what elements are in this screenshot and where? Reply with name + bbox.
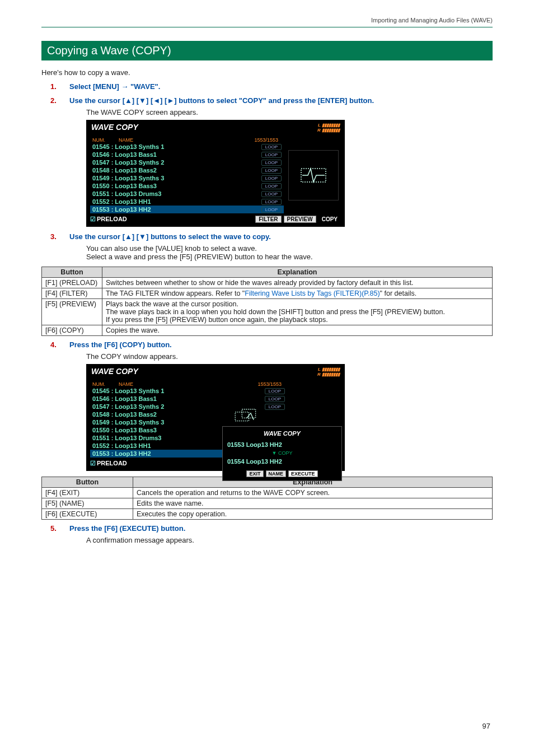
exit-button[interactable]: EXIT xyxy=(246,470,263,477)
list-item[interactable]: 01553 : Loop13 HH2LOOP xyxy=(90,206,284,213)
copy-arrow-icon: ▼ COPY xyxy=(226,450,338,456)
screen-title: WAVE COPY xyxy=(91,367,138,377)
filter-button[interactable]: FILTER xyxy=(255,216,281,223)
section-title: Copying a Wave (COPY) xyxy=(41,41,493,60)
table-row: [F4] (EXIT)Cancels the operation and ret… xyxy=(42,488,493,498)
step-number: 1. xyxy=(50,82,57,91)
step-head: Select [MENU] → "WAVE". xyxy=(69,82,160,91)
waveform-icon xyxy=(297,164,330,186)
list-item[interactable]: 01547 : Loop13 Synths 2LOOP xyxy=(90,158,284,166)
list-item[interactable]: 01546 : Loop13 Bass1LOOP xyxy=(90,151,284,158)
intro-text: Here's how to copy a wave. xyxy=(41,68,493,77)
step-number: 2. xyxy=(50,96,57,105)
step-body: The COPY window appears. xyxy=(86,352,493,361)
table-row: [F4] (FILTER)The TAG FILTER window appea… xyxy=(42,288,493,299)
step-number: 5. xyxy=(50,524,57,533)
col-name: NAME xyxy=(119,381,133,387)
list-item[interactable]: 01545 : Loop13 Synths 1LOOP xyxy=(90,387,287,395)
preload-toggle[interactable]: PRELOAD xyxy=(90,216,255,223)
list-item[interactable]: 01548 : Loop13 Bass2LOOP xyxy=(90,166,284,174)
function-buttons: FILTER PREVIEW COPY xyxy=(255,216,341,223)
list-item[interactable]: 01550 : Loop13 Bass3LOOP xyxy=(90,182,284,190)
name-button[interactable]: NAME xyxy=(266,470,287,477)
step-head: Use the cursor [▲] [▼] buttons to select… xyxy=(69,232,271,241)
table-row: [F6] (COPY)Copies the wave. xyxy=(42,325,493,336)
popup-title: WAVE COPY xyxy=(226,430,338,439)
screen-wave-copy-2: WAVE COPY L ▮▮▮▮▮▮▮▮R ▮▮▮▮▮▮▮▮ NUM.NAME … xyxy=(86,364,345,471)
screen-wave-copy-1: WAVE COPY L ▮▮▮▮▮▮▮▮R ▮▮▮▮▮▮▮▮ NUM.NAME … xyxy=(86,120,345,227)
list-counter: 1553/1553 xyxy=(257,381,287,387)
step-3: 3. Use the cursor [▲] [▼] buttons to sel… xyxy=(41,232,493,261)
step-head: Press the [F6] (EXECUTE) button. xyxy=(69,524,185,533)
wave-list[interactable]: NUM.NAME 1553/1553 01545 : Loop13 Synths… xyxy=(90,137,284,213)
th-button: Button xyxy=(42,477,133,488)
page-number: 97 xyxy=(483,722,490,730)
preview-button[interactable]: PREVIEW xyxy=(284,216,316,223)
step-1: 1. Select [MENU] → "WAVE". xyxy=(41,82,493,91)
level-meter-icon: L ▮▮▮▮▮▮▮▮R ▮▮▮▮▮▮▮▮ xyxy=(317,123,340,133)
th-explanation: Explanation xyxy=(102,267,493,278)
step-body: A confirmation message appears. xyxy=(86,536,493,544)
step-body-2: Select a wave and press the [F5] (PREVIE… xyxy=(86,253,493,261)
step-5: 5. Press the [F6] (EXECUTE) button. A co… xyxy=(41,524,493,544)
button-table-1: Button Explanation [F1] (PRELOAD)Switche… xyxy=(41,267,493,336)
list-item[interactable]: 01546 : Loop13 Bass1LOOP xyxy=(90,395,287,403)
copy-graphic-icon xyxy=(230,408,264,423)
header-rule xyxy=(41,27,493,27)
list-item[interactable]: 01545 : Loop13 Synths 1LOOP xyxy=(90,143,284,151)
list-item[interactable]: 01551 : Loop13 Drums3LOOP xyxy=(90,190,284,198)
copy-src: 01553 Loop13 HH2 xyxy=(226,439,338,450)
table-row: [F1] (PRELOAD)Switches between whether t… xyxy=(42,278,493,288)
step-head: Press the [F6] (COPY) button. xyxy=(69,340,172,349)
button-table-2: Button Explanation [F4] (EXIT)Cancels th… xyxy=(41,477,493,520)
screen-title: WAVE COPY xyxy=(91,123,138,133)
col-num: NUM. xyxy=(92,137,105,143)
step-body: The WAVE COPY screen appears. xyxy=(86,108,493,116)
copy-dst: 01554 Loop13 HH2 xyxy=(226,456,338,467)
step-2: 2. Use the cursor [▲] [▼] [◄] [►] button… xyxy=(41,96,493,227)
list-item[interactable]: 01549 : Loop13 Synths 3LOOP xyxy=(90,174,284,182)
table-row: [F6] (EXECUTE)Executes the copy operatio… xyxy=(42,509,493,520)
link-filter-tags[interactable]: Filtering Wave Lists by Tags (FILTER)(P.… xyxy=(245,290,380,297)
list-item[interactable]: 01552 : Loop13 HH1LOOP xyxy=(90,198,284,206)
list-counter: 1553/1553 xyxy=(254,137,284,143)
col-name: NAME xyxy=(119,137,133,143)
level-meter-icon: L ▮▮▮▮▮▮▮▮R ▮▮▮▮▮▮▮▮ xyxy=(317,367,340,377)
th-button: Button xyxy=(42,267,102,278)
step-number: 4. xyxy=(50,340,57,349)
copy-popup: WAVE COPY 01553 Loop13 HH2 ▼ COPY 01554 … xyxy=(222,426,342,481)
running-header: Importing and Managing Audio Files (WAVE… xyxy=(41,17,493,24)
page: Importing and Managing Audio Files (WAVE… xyxy=(0,0,534,756)
step-number: 3. xyxy=(50,232,57,241)
table-row: [F5] (NAME)Edits the wave name. xyxy=(42,498,493,509)
col-num: NUM. xyxy=(92,381,105,387)
waveform-preview xyxy=(288,150,339,200)
step-body: You can also use the [VALUE] knob to sel… xyxy=(86,244,493,253)
step-4: 4. Press the [F6] (COPY) button. The COP… xyxy=(41,340,493,471)
copy-button[interactable]: COPY xyxy=(318,216,341,223)
execute-button[interactable]: EXECUTE xyxy=(288,470,318,477)
table-row: [F5] (PREVIEW)Plays back the wave at the… xyxy=(42,299,493,325)
step-head: Use the cursor [▲] [▼] [◄] [►] buttons t… xyxy=(69,96,374,105)
